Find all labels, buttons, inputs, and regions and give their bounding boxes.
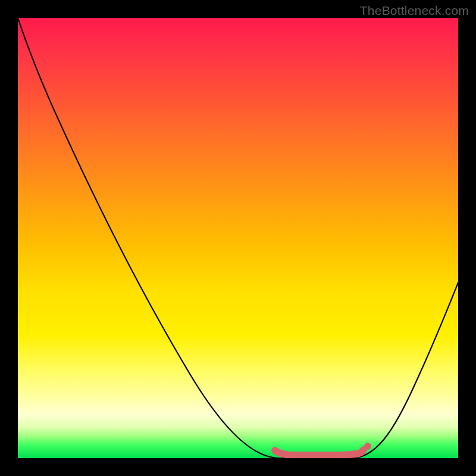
optimal-marker	[275, 450, 364, 455]
bottleneck-curve	[18, 18, 458, 458]
curve-svg	[18, 18, 458, 458]
optimal-marker-dot	[364, 443, 371, 450]
plot-area	[18, 18, 458, 458]
watermark-label: TheBottleneck.com	[360, 4, 469, 18]
chart-container: TheBottleneck.com	[0, 0, 476, 476]
